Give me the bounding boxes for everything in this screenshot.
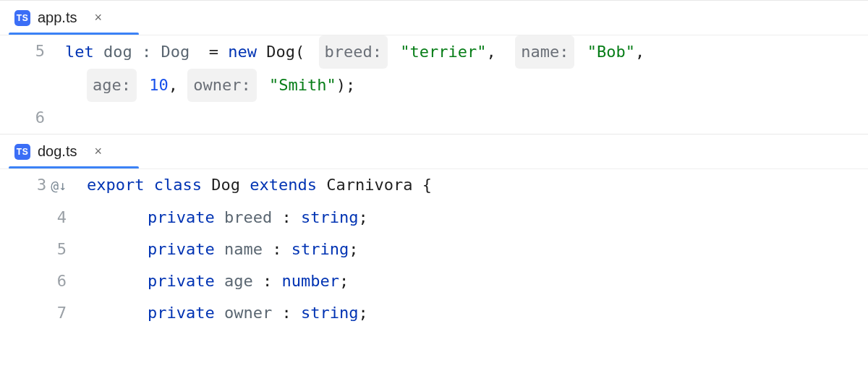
close-icon[interactable]: × [91, 144, 105, 159]
keyword-private: private [148, 208, 215, 226]
code-content[interactable]: private name : string; [87, 234, 868, 265]
type-string: string [301, 208, 358, 226]
keyword-extends: extends [250, 176, 317, 194]
typescript-icon: TS [14, 10, 30, 26]
line-number: 5 [0, 234, 87, 265]
line-number-text: 3 [37, 176, 46, 194]
typescript-icon: TS [14, 144, 30, 160]
active-tab-underline [9, 166, 139, 169]
line-number: 6 [0, 102, 65, 134]
code-line: 3@↓ export class Dog extends Carnivora { [0, 169, 868, 202]
line-number: 7 [0, 297, 87, 329]
code-content[interactable]: private breed : string; [87, 202, 868, 234]
keyword-let: let [65, 43, 94, 61]
line-number: 5 [0, 35, 65, 67]
code-content[interactable]: export class Dog extends Carnivora { [87, 169, 868, 201]
code-content[interactable]: age: 10, owner: "Smith"); [65, 69, 868, 102]
comma: , [635, 43, 644, 61]
code-line: 6 private age : number; [0, 265, 868, 297]
code-line: 5 private name : string; [0, 234, 868, 265]
line-number: 6 [0, 265, 87, 297]
code-line: 4 private breed : string; [0, 202, 868, 234]
code-line-continuation: age: 10, owner: "Smith"); [0, 69, 868, 102]
top-tabbar: TS app.ts × [0, 1, 868, 35]
tab-app-ts[interactable]: TS app.ts × [10, 1, 109, 35]
top-editor[interactable]: 5 let dog : Dog = new Dog( breed: "terri… [0, 35, 868, 134]
field-name: breed [224, 208, 272, 226]
comma: , [486, 43, 495, 61]
tab-dog-ts[interactable]: TS dog.ts × [10, 134, 109, 168]
type-number: number [281, 272, 339, 290]
active-tab-underline [9, 33, 139, 35]
type-string: string [301, 304, 358, 322]
keyword-export: export [87, 176, 144, 194]
bottom-editor[interactable]: 3@↓ export class Dog extends Carnivora {… [0, 169, 868, 329]
code-line: 7 private owner : string; [0, 297, 868, 329]
paren-open: ( [295, 43, 305, 61]
string-literal: "Bob" [587, 43, 635, 61]
paren-close: ); [336, 76, 356, 94]
bottom-tabbar: TS dog.ts × [0, 134, 868, 169]
colon: : [263, 272, 272, 290]
parent-class: Carnivora [326, 176, 412, 194]
code-line: 5 let dog : Dog = new Dog( breed: "terri… [0, 35, 868, 69]
param-hint-breed: breed: [319, 35, 388, 69]
tab-filename: dog.ts [38, 143, 77, 160]
string-literal: "Smith" [269, 76, 336, 94]
class-ref: Dog [266, 43, 295, 61]
code-line: 6 [0, 102, 868, 134]
op-equals: = [209, 43, 218, 61]
field-name: name [224, 240, 263, 258]
param-hint-name: name: [515, 35, 574, 69]
semicolon: ; [349, 240, 358, 258]
bottom-editor-panel: TS dog.ts × 3@↓ export class Dog extends… [0, 134, 868, 329]
number-literal: 10 [149, 76, 169, 94]
colon: : [281, 208, 291, 226]
code-content[interactable]: private age : number; [87, 265, 868, 297]
semicolon: ; [358, 208, 367, 226]
keyword-class: class [154, 176, 202, 194]
colon: : [272, 240, 281, 258]
keyword-private: private [148, 240, 215, 258]
top-editor-panel: TS app.ts × 5 let dog : Dog = new Dog( b… [0, 0, 868, 134]
string-literal: "terrier" [400, 43, 486, 61]
type-string: string [292, 240, 349, 258]
colon: : [281, 304, 291, 322]
tab-filename: app.ts [38, 9, 77, 26]
param-hint-age: age: [87, 69, 137, 102]
param-hint-owner: owner: [187, 69, 256, 102]
class-name: Dog [211, 176, 240, 194]
close-icon[interactable]: × [91, 10, 105, 25]
keyword-private: private [148, 304, 215, 322]
comma: , [169, 76, 178, 94]
line-number: 3@↓ [0, 169, 87, 202]
type-colon: : [142, 43, 151, 61]
keyword-private: private [148, 272, 215, 290]
code-content[interactable]: private owner : string; [87, 297, 868, 329]
line-number: 4 [0, 202, 87, 234]
semicolon: ; [358, 304, 367, 322]
brace-open: { [422, 176, 432, 194]
type-hint: Dog [161, 43, 190, 61]
override-gutter-icon[interactable]: @↓ [51, 170, 67, 202]
field-name: age [224, 272, 253, 290]
variable-name: dog [103, 43, 132, 61]
field-name: owner [224, 304, 272, 322]
code-content[interactable]: let dog : Dog = new Dog( breed: "terrier… [65, 35, 868, 69]
keyword-new: new [228, 43, 257, 61]
semicolon: ; [339, 272, 349, 290]
